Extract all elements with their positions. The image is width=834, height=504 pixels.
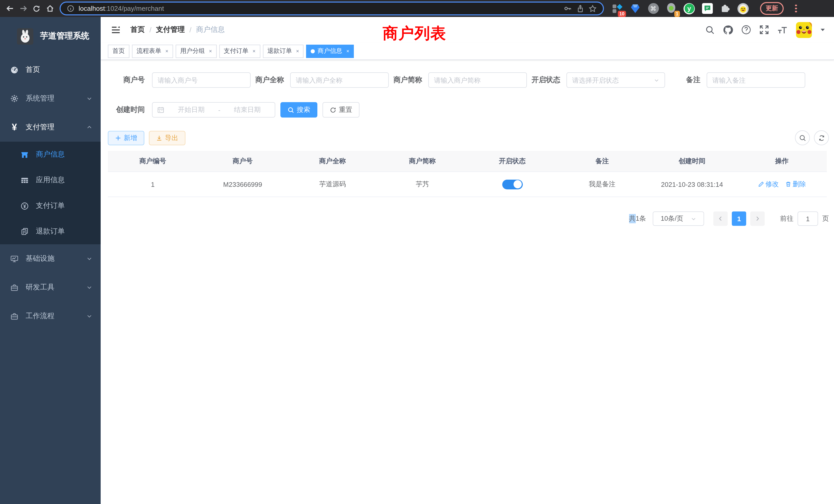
app-title: 芋道管理系统 (40, 31, 89, 42)
remark-input[interactable] (707, 72, 805, 88)
short-name-input[interactable] (428, 72, 527, 88)
forward-arrow-icon (19, 4, 27, 13)
merchant-no-input[interactable] (152, 72, 250, 88)
tab-label: 用户分组 (180, 47, 205, 55)
extensions-puzzle-icon[interactable] (719, 2, 731, 15)
tab-close-icon[interactable]: × (296, 48, 299, 54)
browser-profile-avatar[interactable] (737, 2, 749, 15)
sidebar-item-system[interactable]: 系统管理 (0, 84, 101, 113)
browser-menu-icon[interactable] (794, 4, 798, 14)
breadcrumb-separator: / (190, 26, 192, 34)
page-number-1[interactable]: 1 (732, 211, 746, 226)
extension-y-icon[interactable]: y (683, 2, 695, 15)
sidebar-item-dev-tools[interactable]: 研发工具 (0, 273, 101, 302)
url-text: localhost:1024/pay/merchant (79, 5, 164, 12)
breadcrumb-home[interactable]: 首页 (130, 25, 145, 35)
sidebar-item-pay-orders[interactable]: 支付订单 (0, 193, 101, 219)
col-header-merchant-id[interactable]: 商户编号 (108, 157, 198, 166)
browser-home-button[interactable] (43, 2, 57, 15)
store-icon (21, 150, 29, 159)
browser-update-button[interactable]: 更新 (760, 2, 784, 15)
tab-close-icon[interactable]: × (209, 48, 212, 54)
merchant-list-page: 商户号 商户全称 商户简称 (101, 60, 834, 504)
sidebar-item-payment[interactable]: ¥ 支付管理 (0, 113, 101, 142)
sidebar-item-merchant-info[interactable]: 商户信息 (0, 142, 101, 167)
select-caret-icon (654, 77, 659, 83)
sidebar-item-refund-orders[interactable]: 退款订单 (0, 219, 101, 244)
browser-reload-button[interactable] (30, 2, 43, 15)
help-icon[interactable] (741, 25, 751, 35)
sidebar-item-label: 商户信息 (36, 150, 65, 159)
browser-back-button[interactable] (3, 2, 17, 15)
sidebar-item-workflow[interactable]: 工作流程 (0, 302, 101, 330)
add-button[interactable]: 新增 (108, 131, 144, 145)
password-key-icon[interactable] (563, 4, 572, 13)
tab-close-icon[interactable]: × (346, 48, 349, 54)
tab-refund-order[interactable]: 退款订单 × (263, 44, 304, 58)
goto-page-input[interactable] (797, 211, 818, 226)
toggle-search-button[interactable] (795, 130, 810, 145)
sidebar-item-infrastructure[interactable]: 基础设施 (0, 244, 101, 273)
tab-pay-order[interactable]: 支付订单 × (219, 44, 260, 58)
tab-label: 支付订单 (224, 47, 248, 55)
prev-page-button[interactable] (713, 211, 728, 226)
home-icon (45, 4, 54, 13)
page-size-select[interactable]: 10条/页 (653, 211, 704, 226)
breadcrumb-payment[interactable]: 支付管理 (156, 25, 185, 35)
tab-close-icon[interactable]: × (253, 48, 256, 54)
search-form-row-2: 创建时间 开始日期 - 结束日期 搜索 (108, 102, 829, 117)
share-icon[interactable] (576, 4, 585, 13)
tab-user-group[interactable]: 用户分组 × (176, 44, 217, 58)
col-header-create-time[interactable]: 创建时间 (647, 157, 737, 166)
col-header-remark[interactable]: 备注 (557, 157, 647, 166)
app-logo[interactable]: 芋道管理系统 (0, 17, 101, 55)
tab-home[interactable]: 首页 (108, 44, 129, 58)
col-header-status[interactable]: 开启状态 (467, 157, 557, 166)
header-search-icon[interactable] (705, 25, 715, 35)
col-header-actions: 操作 (737, 157, 827, 166)
sidebar-item-label: 系统管理 (26, 94, 54, 103)
tab-close-icon[interactable]: × (166, 48, 169, 54)
sidebar-collapse-icon[interactable] (109, 23, 123, 37)
github-icon[interactable] (723, 24, 733, 35)
total-count: 共 1条 (629, 214, 646, 223)
plus-icon (115, 135, 121, 141)
refresh-table-button[interactable] (814, 130, 829, 145)
date-range-picker[interactable]: 开始日期 - 结束日期 (152, 102, 275, 117)
chevron-down-icon (86, 284, 92, 291)
site-info-icon[interactable] (67, 5, 74, 12)
extension-blob-icon[interactable]: 1 (665, 2, 677, 15)
url-bar[interactable]: localhost:1024/pay/merchant (60, 2, 604, 16)
user-avatar-pikachu[interactable] (796, 22, 812, 38)
page-size-value: 10条/页 (661, 214, 683, 223)
fullscreen-icon[interactable] (759, 25, 769, 35)
bookmark-star-icon[interactable] (589, 4, 597, 13)
col-header-short-name[interactable]: 商户简称 (377, 157, 467, 166)
col-header-full-name[interactable]: 商户全称 (288, 157, 377, 166)
avatar-caret-down-icon[interactable] (820, 27, 826, 33)
browser-forward-button[interactable] (17, 2, 30, 15)
status-select[interactable] (567, 72, 665, 88)
delete-link[interactable]: 删除 (785, 180, 806, 189)
col-header-merchant-no[interactable]: 商户号 (198, 157, 288, 166)
extension-gem-icon[interactable] (629, 2, 641, 15)
extension-chat-icon[interactable] (701, 2, 713, 15)
sidebar-item-home[interactable]: 首页 (0, 55, 101, 84)
search-button[interactable]: 搜索 (280, 102, 317, 117)
font-size-icon[interactable] (777, 25, 788, 35)
tab-process-form[interactable]: 流程表单 × (132, 44, 173, 58)
tab-merchant-info-active[interactable]: 商户信息 × (306, 44, 354, 58)
sidebar-item-app-info[interactable]: 应用信息 (0, 167, 101, 193)
export-button[interactable]: 导出 (149, 131, 185, 145)
edit-link[interactable]: 修改 (758, 180, 779, 189)
create-time-label: 创建时间 (108, 105, 145, 114)
status-toggle-on[interactable] (502, 179, 523, 189)
document-copy-icon (21, 227, 29, 235)
full-name-input[interactable] (290, 72, 389, 88)
reset-button[interactable]: 重置 (323, 102, 359, 117)
sidebar-item-label: 支付订单 (36, 201, 65, 210)
extension-command-icon[interactable]: ⌘ (647, 2, 659, 15)
next-page-button[interactable] (750, 211, 765, 226)
calendar-icon (157, 106, 164, 113)
extension-grid-icon[interactable]: 10 (611, 2, 623, 15)
